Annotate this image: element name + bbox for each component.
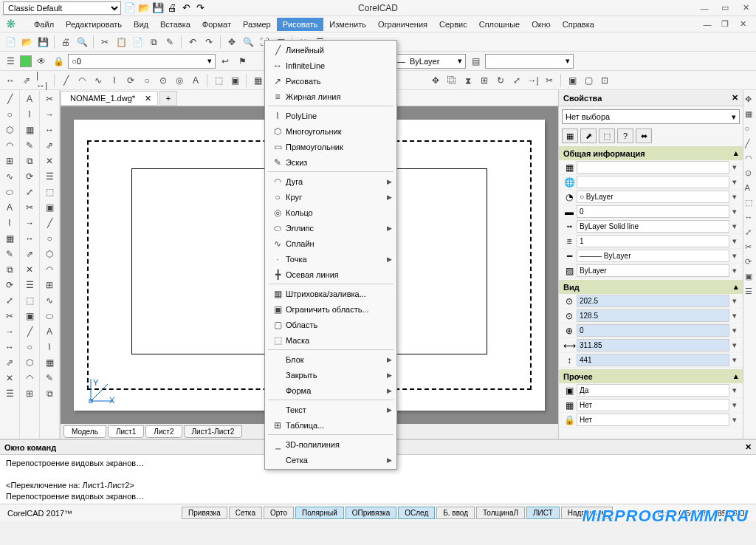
side-tool-4[interactable]: ◠ [745, 154, 755, 164]
palette-tool-0-15[interactable]: → [2, 325, 17, 338]
undo-icon[interactable]: ↶ [180, 2, 192, 14]
menu-item-закрыть[interactable]: Закрыть▶ [265, 367, 396, 383]
menu-item-линейный[interactable]: ╱Линейный [265, 42, 396, 58]
prop-dropdown-icon[interactable]: ▾ [729, 162, 740, 172]
status-ОСлед[interactable]: ОСлед [398, 507, 435, 519]
ungroup-icon[interactable]: ▢ [581, 73, 596, 88]
menu-item-маска[interactable]: ⬚Маска [265, 332, 396, 348]
menu-item-форма[interactable]: Форма▶ [265, 383, 396, 398]
palette-tool-0-17[interactable]: ⇗ [2, 356, 17, 369]
prop-value[interactable]: 1 [577, 235, 729, 247]
palette-tool-0-16[interactable]: ↔ [2, 340, 17, 354]
palette-tool-1-18[interactable]: ◠ [22, 371, 37, 385]
prop-btn-4[interactable]: ? [617, 128, 633, 143]
palette-tool-2-19[interactable]: ⧉ [42, 387, 57, 400]
close-button[interactable]: ✕ [738, 2, 753, 14]
palette-tool-1-7[interactable]: ✂ [22, 201, 37, 214]
sheet-tab-Лист1[interactable]: Лист1 [108, 425, 144, 438]
palette-tool-2-18[interactable]: ✎ [42, 371, 57, 385]
new-icon[interactable]: 📄 [124, 2, 136, 14]
section-general[interactable]: Общая информация [563, 149, 645, 158]
block-icon[interactable]: ▣ [227, 73, 242, 88]
side-tool-11[interactable]: ⟳ [745, 257, 755, 267]
pan-icon[interactable]: ✥ [224, 35, 239, 49]
prop-value[interactable]: Нет [577, 414, 729, 426]
menu-изменить[interactable]: Изменить [323, 18, 372, 31]
menu-item-сплайн[interactable]: ∿Сплайн [265, 236, 396, 251]
menu-item-таблица-[interactable]: ⊞Таблица... [265, 417, 396, 433]
side-tool-5[interactable]: ⊙ [745, 168, 755, 179]
palette-tool-1-5[interactable]: ⟳ [22, 170, 37, 183]
menu-вставка[interactable]: Вставка [154, 18, 196, 31]
palette-tool-1-13[interactable]: ⬚ [22, 294, 37, 307]
copy-obj-icon[interactable]: ⿻ [444, 73, 459, 88]
prop-dropdown-icon[interactable]: ▾ [729, 251, 740, 261]
palette-tool-0-0[interactable]: ╱ [2, 92, 17, 106]
palette-tool-0-4[interactable]: ⊞ [2, 154, 17, 168]
layer-state-icon[interactable]: ⚑ [235, 54, 250, 69]
side-tool-3[interactable]: ╱ [745, 139, 755, 149]
palette-tool-0-13[interactable]: ⤢ [2, 294, 17, 307]
layer-color-swatch[interactable] [20, 55, 32, 67]
menu-размер[interactable]: Размер [237, 18, 277, 31]
palette-tool-2-0[interactable]: ✂ [42, 92, 57, 106]
prop-dropdown-icon[interactable]: ▾ [729, 355, 740, 365]
trim-icon[interactable]: ✂ [542, 73, 557, 88]
side-tool-8[interactable]: ↔ [745, 213, 755, 223]
panel-close-icon[interactable]: ✕ [732, 93, 738, 103]
palette-tool-1-4[interactable]: ⧉ [22, 154, 37, 168]
status-Орто[interactable]: Орто [264, 507, 294, 519]
scale-icon[interactable]: ⤢ [509, 73, 524, 88]
palette-tool-1-2[interactable]: ▦ [22, 123, 37, 137]
print-icon[interactable]: 🖨 [166, 2, 178, 14]
status-ТолщинаЛ[interactable]: ТолщинаЛ [476, 507, 525, 519]
prop-value[interactable]: 128.5 [577, 309, 729, 322]
palette-tool-2-12[interactable]: ⊞ [42, 278, 57, 292]
palette-tool-2-10[interactable]: ⬡ [42, 247, 57, 261]
palette-tool-0-11[interactable]: ⧉ [2, 263, 17, 276]
side-tool-6[interactable]: A [745, 183, 755, 193]
palette-tool-1-8[interactable]: → [22, 216, 37, 230]
print-tb-icon[interactable]: 🖨 [58, 35, 73, 49]
palette-tool-2-7[interactable]: ▣ [42, 201, 57, 214]
prop-value[interactable]: ByLayer Solid line [577, 220, 729, 233]
menu-item-штриховка-заливка-[interactable]: ▦Штриховка/заливка... [265, 286, 396, 301]
doc-add-button[interactable]: + [159, 91, 177, 106]
minimize-button[interactable]: — [697, 2, 712, 14]
menu-item-осевая-линия[interactable]: ╋Осевая линия [265, 267, 396, 282]
section-misc[interactable]: Прочее [563, 372, 593, 381]
palette-tool-0-8[interactable]: ⌇ [2, 216, 17, 230]
preview-icon[interactable]: 🔍 [75, 35, 89, 49]
menu-редактировать[interactable]: Редактировать [60, 18, 128, 31]
palette-tool-1-6[interactable]: ⤢ [22, 185, 37, 199]
ring-icon[interactable]: ◎ [172, 73, 187, 88]
section-view[interactable]: Вид [563, 283, 580, 292]
side-tool-0[interactable]: ✥ [745, 95, 755, 105]
palette-tool-1-9[interactable]: ↔ [22, 232, 37, 245]
workspace-select[interactable]: Classic Default [3, 1, 121, 15]
palette-tool-0-18[interactable]: ✕ [2, 371, 17, 385]
dim-linear-icon[interactable]: ↔ [3, 73, 18, 88]
hatch-icon[interactable]: ▦ [250, 73, 265, 88]
undo-tb-icon[interactable]: ↶ [185, 35, 200, 49]
palette-tool-2-14[interactable]: ⬭ [42, 309, 57, 323]
zoom-in-icon[interactable]: 🔍 [241, 35, 255, 49]
mirror-icon[interactable]: ⧗ [461, 73, 475, 88]
prop-value[interactable]: 311.85 [577, 339, 729, 352]
menu-сплошные[interactable]: Сплошные [473, 18, 526, 31]
prop-dropdown-icon[interactable]: ▾ [729, 340, 740, 350]
palette-tool-2-2[interactable]: ↔ [42, 123, 57, 137]
palette-tool-0-5[interactable]: ∿ [2, 170, 17, 183]
status-ОПривязка[interactable]: ОПривязка [346, 507, 396, 519]
menu-item-ограничить-область-[interactable]: ▣Ограничить область... [265, 301, 396, 317]
palette-tool-0-19[interactable]: ☰ [2, 387, 17, 400]
palette-tool-1-11[interactable]: ✕ [22, 263, 37, 276]
tangent-icon[interactable]: ⊙ [156, 73, 171, 88]
prop-btn-5[interactable]: ⬌ [636, 128, 652, 143]
prop-value[interactable]: Да [577, 384, 729, 397]
line-icon[interactable]: ╱ [58, 73, 73, 88]
redo-icon[interactable]: ↷ [194, 2, 206, 14]
side-tool-2[interactable]: ○ [745, 124, 755, 134]
palette-tool-2-5[interactable]: ☰ [42, 170, 57, 183]
palette-tool-2-6[interactable]: ⬚ [42, 185, 57, 199]
